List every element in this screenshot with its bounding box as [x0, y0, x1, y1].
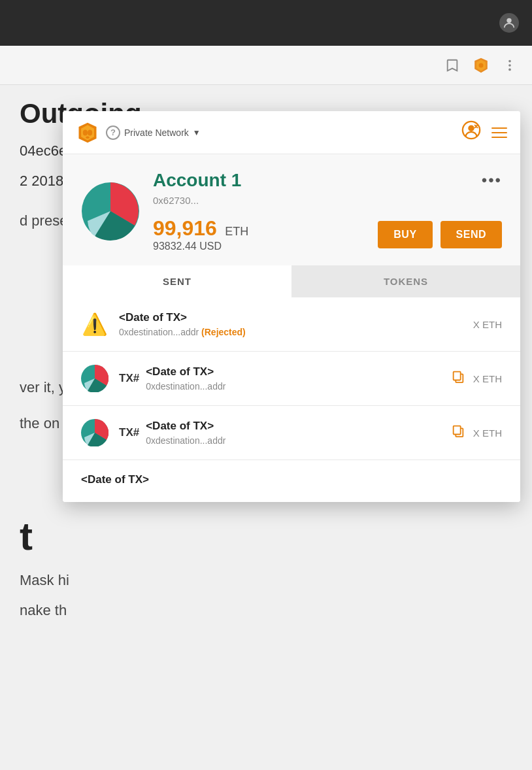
- more-menu-icon[interactable]: [501, 56, 519, 75]
- tx-item-1[interactable]: TX# <Date of TX> 0xdestination...addr X …: [63, 352, 520, 406]
- header-right: [461, 120, 507, 144]
- eth-balance-line: 99,916 ETH: [153, 216, 248, 241]
- network-selector[interactable]: ? Private Network ▼: [106, 126, 201, 140]
- tx-amount: X ETH: [473, 319, 502, 330]
- copy-icon-1[interactable]: [451, 369, 465, 388]
- tx-amount-2: X ETH: [473, 427, 502, 439]
- tx-right-rejected: X ETH: [473, 319, 502, 330]
- copy-icon-2[interactable]: [451, 424, 465, 442]
- tx-address: 0xdestination...addr (Rejected): [119, 327, 463, 337]
- svg-point-3: [479, 63, 484, 67]
- tx-number-row: TX# <Date of TX> 0xdestination...addr: [119, 365, 441, 392]
- bg-big-letter: t: [20, 514, 512, 559]
- network-name: Private Network: [124, 127, 189, 138]
- account-name-row: Account 1 •••: [153, 170, 502, 191]
- tx-number-1: TX#: [119, 372, 139, 385]
- tx-date-partial: <Date of TX>: [81, 473, 502, 486]
- eth-unit: ETH: [225, 225, 248, 238]
- account-avatar: [81, 182, 140, 241]
- tx-item-rejected[interactable]: ⚠️ <Date of TX> 0xdestination...addr (Re…: [63, 297, 520, 352]
- tx-number-2: TX#: [119, 426, 139, 439]
- svg-point-0: [507, 18, 511, 23]
- tx-warning-icon: ⚠️: [81, 310, 108, 338]
- tx-address-2: 0xdestination...addr: [146, 435, 441, 446]
- user-profile-icon[interactable]: [499, 13, 519, 33]
- tx-number-row-2: TX# <Date of TX> 0xdestination...addr: [119, 420, 441, 446]
- network-chevron-icon: ▼: [193, 128, 201, 137]
- tx-right-2: X ETH: [451, 424, 502, 442]
- bookmark-icon[interactable]: [443, 56, 461, 75]
- tx-date: <Date of TX>: [119, 311, 463, 324]
- account-name: Account 1: [153, 170, 241, 191]
- svg-rect-11: [86, 136, 89, 139]
- svg-rect-17: [453, 372, 460, 380]
- balance-info: 99,916 ETH 93832.44 USD: [153, 216, 248, 252]
- tx-item-partial[interactable]: <Date of TX>: [63, 460, 520, 502]
- tx-info-1: <Date of TX> 0xdestination...addr: [146, 365, 441, 392]
- svg-rect-20: [453, 426, 460, 435]
- tx-status-rejected: (Rejected): [201, 327, 246, 337]
- buy-button[interactable]: BUY: [378, 221, 432, 248]
- tx-avatar-icon-2: [81, 419, 108, 446]
- account-address[interactable]: 0x62730...: [153, 195, 502, 206]
- account-details: Account 1 ••• 0x62730... 99,916 ETH 9383…: [153, 170, 502, 252]
- tx-avatar-icon-1: [81, 365, 108, 392]
- send-button[interactable]: SEND: [441, 221, 502, 248]
- tx-right-1: X ETH: [451, 369, 502, 388]
- metamask-popup: ? Private Network ▼: [63, 111, 520, 502]
- tx-item-2[interactable]: TX# <Date of TX> 0xdestination...addr X …: [63, 406, 520, 460]
- account-switch-icon[interactable]: [461, 120, 481, 144]
- svg-point-13: [468, 126, 474, 131]
- account-options-icon[interactable]: •••: [482, 171, 502, 190]
- browser-chrome: [0, 0, 532, 46]
- tx-info-2: <Date of TX> 0xdestination...addr: [146, 420, 441, 446]
- tab-sent[interactable]: SENT: [63, 265, 291, 297]
- tx-info-partial: <Date of TX>: [81, 473, 502, 489]
- tx-amount-1: X ETH: [473, 373, 502, 384]
- svg-point-10: [88, 129, 92, 135]
- hamburger-menu-icon[interactable]: [491, 127, 507, 138]
- popup-header: ? Private Network ▼: [63, 111, 520, 154]
- eth-amount: 99,916: [153, 216, 217, 240]
- tx-date-2: <Date of TX>: [146, 420, 441, 433]
- action-buttons: BUY SEND: [378, 221, 502, 248]
- tx-info-rejected: <Date of TX> 0xdestination...addr (Rejec…: [119, 311, 463, 337]
- help-icon[interactable]: ?: [106, 126, 120, 140]
- account-section: Account 1 ••• 0x62730... 99,916 ETH 9383…: [63, 154, 520, 265]
- browser-toolbar: [0, 46, 532, 85]
- transaction-list: ⚠️ <Date of TX> 0xdestination...addr (Re…: [63, 297, 520, 502]
- header-left: ? Private Network ▼: [76, 121, 201, 144]
- tx-address-1: 0xdestination...addr: [146, 381, 441, 392]
- tx-date-1: <Date of TX>: [146, 365, 441, 378]
- svg-point-9: [83, 129, 88, 135]
- bg-para1: Mask hi: [20, 572, 512, 589]
- metamask-fox-logo[interactable]: [76, 121, 99, 144]
- svg-point-4: [508, 59, 511, 62]
- tabs-row: SENT TOKENS: [63, 265, 520, 297]
- svg-point-5: [508, 64, 511, 67]
- usd-balance: 93832.44 USD: [153, 241, 248, 252]
- metamask-extension-icon[interactable]: [472, 56, 490, 75]
- balance-row: 99,916 ETH 93832.44 USD BUY SEND: [153, 216, 502, 252]
- bg-para2: nake th: [20, 602, 512, 619]
- svg-point-6: [508, 68, 511, 71]
- tab-tokens[interactable]: TOKENS: [291, 265, 520, 297]
